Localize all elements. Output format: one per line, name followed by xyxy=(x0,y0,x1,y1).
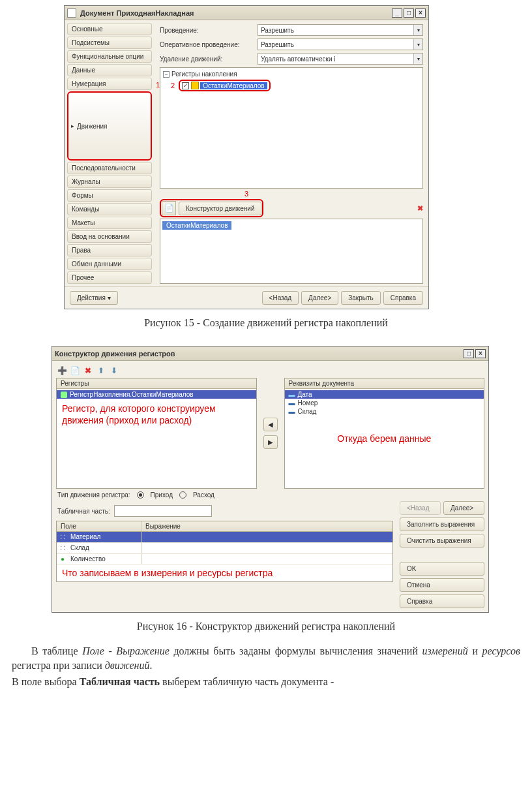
sidebar-item[interactable]: Прочее xyxy=(67,271,152,284)
next-button[interactable]: Далее> xyxy=(301,291,338,305)
close-window-button[interactable]: Закрыть xyxy=(341,291,381,305)
registers-panel: Регистры РегистрНакопления.ОстаткиМатери… xyxy=(56,378,257,489)
annotation-register: Регистр, для которого конструируем движе… xyxy=(57,400,256,429)
attr-row[interactable]: ▬Склад xyxy=(285,407,484,416)
actions-button[interactable]: Действия ▾ xyxy=(70,291,118,305)
caption-16: Рисунок 16 - Конструктор движений регист… xyxy=(12,621,520,632)
select-udal[interactable]: Удалять автоматически і▾ xyxy=(258,53,423,65)
tree-root-label: Регистры накопления xyxy=(171,70,237,78)
titlebar[interactable]: Конструктор движения регистров □ × xyxy=(52,347,488,361)
cancel-button[interactable]: Отмена xyxy=(400,578,484,592)
max-button[interactable]: □ xyxy=(464,349,474,358)
marker-2: 2 xyxy=(171,82,175,89)
sidebar: Основные Подсистемы Функциональные опции… xyxy=(65,20,155,286)
down-icon[interactable]: ⬇ xyxy=(108,365,120,377)
constructor-button[interactable]: Конструктор движений xyxy=(179,202,261,215)
window-constructor: Конструктор движения регистров □ × ➕ 📄 ✖… xyxy=(52,346,489,613)
sidebar-item[interactable]: Команды xyxy=(67,203,152,215)
window-title: Конструктор движения регистров xyxy=(55,350,175,358)
copy-icon[interactable]: 📄 xyxy=(69,365,81,377)
sidebar-item[interactable]: Журналы xyxy=(67,176,152,188)
fill-button[interactable]: Заполнить выражения xyxy=(400,517,484,531)
attr-icon: ▬ xyxy=(289,399,295,407)
right-buttons: <Назад Далее> Заполнить выражения Очисти… xyxy=(400,501,484,608)
type-label: Тип движения регистра: xyxy=(57,491,130,499)
registers-header: Регистры xyxy=(57,378,256,389)
clear-button[interactable]: Очистить выражения xyxy=(400,534,484,548)
sidebar-item[interactable]: Нумерация xyxy=(67,78,152,90)
checkbox[interactable]: ✓ xyxy=(182,82,189,89)
up-icon[interactable]: ⬆ xyxy=(95,365,107,377)
delete-icon[interactable]: ✖ xyxy=(417,204,423,213)
register-row[interactable]: РегистрНакопления.ОстаткиМатериалов xyxy=(57,390,256,399)
min-button[interactable]: _ xyxy=(392,8,402,18)
dim-icon: ⸬ xyxy=(61,533,68,541)
registers-tree[interactable]: – Регистры накопления 2 ✓ ОстаткиМатериа… xyxy=(160,67,423,189)
attr-icon: ▬ xyxy=(289,408,295,415)
max-button[interactable]: □ xyxy=(404,8,414,18)
footer-buttons: Действия ▾ <Назад Далее> Закрыть Справка xyxy=(65,286,428,309)
attr-icon: ▬ xyxy=(289,391,295,398)
paragraph-2: В поле выбора Табличная часть выберем та… xyxy=(12,675,520,689)
label-udal: Удаление движений: xyxy=(160,55,258,63)
close-button[interactable]: × xyxy=(415,8,426,18)
dropdown-icon[interactable]: ▾ xyxy=(413,25,422,35)
register-icon xyxy=(61,392,67,398)
move-right-button[interactable]: ▶ xyxy=(263,435,278,449)
annotation-grid: Что записываем в измерения и ресурсы рег… xyxy=(57,564,392,581)
window-title: Документ ПриходнаяНакладная xyxy=(80,9,194,17)
marker-3: 3 xyxy=(244,190,423,198)
sidebar-item[interactable]: Макеты xyxy=(67,217,152,229)
selected-registers-box: ОстаткиМатериалов xyxy=(160,219,423,284)
sidebar-item[interactable]: Обмен данными xyxy=(67,258,152,270)
ok-button[interactable]: OK xyxy=(400,562,484,576)
move-left-button[interactable]: ◀ xyxy=(263,418,278,431)
label-oper: Оперативное проведение: xyxy=(160,41,258,48)
main-panel: Проведение: Разрешить▾ Оперативное прове… xyxy=(155,20,428,286)
titlebar[interactable]: Документ ПриходнаяНакладная _ □ × xyxy=(65,6,428,20)
label-provedenie: Проведение: xyxy=(160,27,258,34)
attributes-header: Реквизиты документа xyxy=(285,378,484,389)
paragraph-1: В таблице Поле - Выражение должны быть з… xyxy=(12,644,520,672)
sidebar-item[interactable]: Права xyxy=(67,244,152,256)
grid-row[interactable]: ⸬Склад xyxy=(57,543,392,554)
attr-row[interactable]: ▬Номер xyxy=(285,399,484,407)
register-chip[interactable]: ОстаткиМатериалов xyxy=(162,221,231,230)
help-button[interactable]: Справка xyxy=(383,291,423,305)
sidebar-item[interactable]: Функциональные опции xyxy=(67,50,152,63)
sidebar-item[interactable]: Ввод на основании xyxy=(67,230,152,243)
select-provedenie[interactable]: Разрешить▾ xyxy=(258,24,423,36)
sidebar-item[interactable]: Формы xyxy=(67,189,152,202)
help-button[interactable]: Справка xyxy=(400,594,484,608)
sidebar-item[interactable]: Подсистемы xyxy=(67,37,152,49)
add-icon[interactable]: ➕ xyxy=(56,365,68,377)
next-button[interactable]: Далее> xyxy=(443,501,484,515)
close-button[interactable]: × xyxy=(475,349,486,358)
select-oper[interactable]: Разрешить▾ xyxy=(258,39,423,50)
sidebar-item-movements[interactable]: Движения xyxy=(67,91,152,161)
dim-icon: ⸬ xyxy=(61,544,68,552)
collapse-icon[interactable]: – xyxy=(163,71,170,78)
tabpart-input[interactable] xyxy=(114,505,212,517)
attributes-panel: Реквизиты документа ▬Дата ▬Номер ▬Склад … xyxy=(284,378,485,489)
tabpart-label: Табличная часть: xyxy=(57,508,110,515)
delete-icon[interactable]: ✖ xyxy=(82,365,94,377)
grid-col-expr: Выражение xyxy=(141,521,392,531)
register-icon xyxy=(191,82,199,89)
sidebar-item[interactable]: Данные xyxy=(67,64,152,76)
annotation-attrs: Откуда берем данные xyxy=(285,430,484,447)
back-button[interactable]: <Назад xyxy=(400,501,441,515)
sidebar-item[interactable]: Основные xyxy=(67,23,152,35)
dropdown-icon[interactable]: ▾ xyxy=(413,39,422,50)
sidebar-item[interactable]: Последовательности xyxy=(67,162,152,174)
radio-out[interactable] xyxy=(179,491,186,499)
caption-15: Рисунок 15 - Создание движений регистра … xyxy=(12,317,520,329)
dropdown-icon[interactable]: ▾ xyxy=(413,54,422,64)
back-button[interactable]: <Назад xyxy=(262,291,299,305)
radio-in[interactable] xyxy=(137,491,144,499)
grid-row[interactable]: ●Количество xyxy=(57,554,392,564)
tree-child-label[interactable]: ОстаткиМатериалов xyxy=(200,82,267,89)
constructor-icon[interactable]: 📄 xyxy=(162,201,176,215)
attr-row[interactable]: ▬Дата xyxy=(285,390,484,399)
grid-row[interactable]: ⸬Материал xyxy=(57,532,392,543)
